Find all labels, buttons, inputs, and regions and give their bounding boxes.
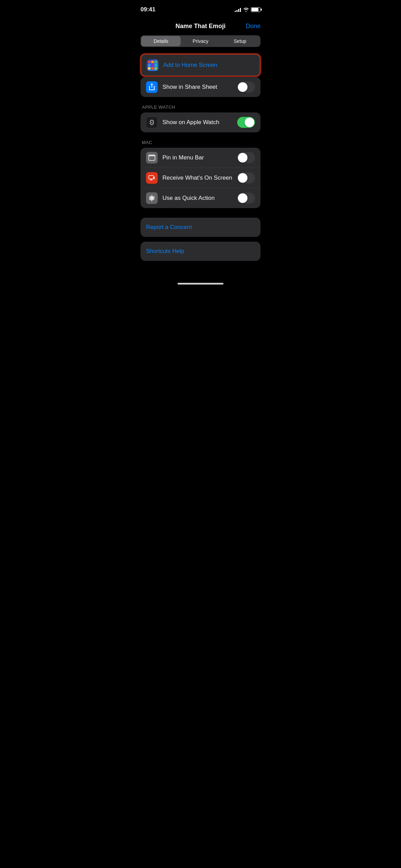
show-on-apple-watch-label: Show on Apple Watch: [162, 119, 232, 126]
pin-in-menu-bar-row[interactable]: Pin in Menu Bar: [141, 148, 260, 168]
svg-rect-1: [151, 119, 153, 121]
svg-rect-2: [151, 124, 153, 126]
receive-whats-on-screen-label: Receive What's On Screen: [162, 174, 232, 181]
menu-bar-icon: [146, 152, 158, 164]
tab-privacy[interactable]: Privacy: [181, 36, 220, 46]
add-to-home-screen-row[interactable]: Add to Home Screen: [141, 54, 260, 76]
show-on-apple-watch-row[interactable]: Show on Apple Watch: [141, 112, 260, 132]
status-bar: 09:41: [134, 0, 267, 17]
svg-point-3: [151, 122, 153, 123]
signal-icon: [235, 7, 241, 12]
shortcuts-help-label: Shortcuts Help: [146, 248, 184, 254]
apple-watch-icon: [146, 117, 158, 128]
segment-control: Details Privacy Setup: [141, 35, 260, 47]
show-in-share-sheet-row[interactable]: Show in Share Sheet: [141, 77, 260, 97]
add-to-home-screen-label: Add to Home Screen: [163, 62, 217, 69]
done-button[interactable]: Done: [243, 23, 260, 30]
receive-screen-icon: [146, 172, 158, 184]
show-on-apple-watch-toggle[interactable]: [237, 117, 255, 128]
svg-rect-5: [149, 155, 155, 156]
home-bar: [178, 283, 223, 285]
share-sheet-group: Show in Share Sheet: [141, 77, 260, 97]
status-icons: [235, 7, 260, 12]
wifi-icon: [243, 8, 249, 12]
svg-rect-6: [149, 176, 154, 179]
use-as-quick-action-label: Use as Quick Action: [162, 195, 232, 202]
tab-setup[interactable]: Setup: [220, 36, 260, 46]
main-content: Add to Home Screen Show in Share Sheet A…: [134, 54, 267, 273]
shortcuts-app-icon: [147, 59, 158, 71]
receive-whats-on-screen-toggle[interactable]: [237, 172, 255, 183]
show-in-share-sheet-label: Show in Share Sheet: [162, 84, 232, 91]
pin-in-menu-bar-label: Pin in Menu Bar: [162, 154, 232, 161]
gear-icon: [146, 192, 158, 204]
share-icon: [146, 81, 158, 93]
apple-watch-group: Show on Apple Watch: [141, 112, 260, 132]
show-in-share-sheet-toggle[interactable]: [237, 82, 255, 93]
use-as-quick-action-row[interactable]: Use as Quick Action: [141, 188, 260, 208]
report-concern-button[interactable]: Report a Concern: [141, 218, 260, 237]
mac-group: Pin in Menu Bar Receive What's On Screen: [141, 148, 260, 208]
shortcuts-help-button[interactable]: Shortcuts Help: [141, 242, 260, 261]
home-indicator: [134, 279, 267, 287]
battery-icon: [251, 7, 260, 12]
apple-watch-section-header: APPLE WATCH: [141, 98, 260, 112]
status-time: 09:41: [141, 6, 155, 13]
tab-details[interactable]: Details: [141, 36, 181, 46]
mac-section-header: MAC: [141, 133, 260, 148]
use-as-quick-action-toggle[interactable]: [237, 193, 255, 204]
page-title: Name That Emoji: [158, 23, 243, 30]
header: Name That Emoji Done: [134, 17, 267, 35]
receive-whats-on-screen-row[interactable]: Receive What's On Screen: [141, 168, 260, 188]
pin-in-menu-bar-toggle[interactable]: [237, 152, 255, 163]
report-concern-label: Report a Concern: [146, 224, 192, 230]
